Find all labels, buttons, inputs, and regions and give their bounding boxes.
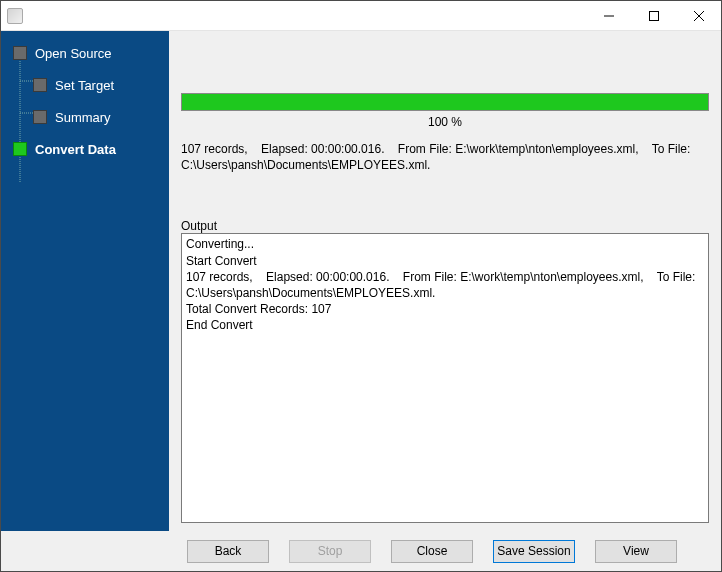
progress-percent: 100 % xyxy=(181,115,709,129)
progress-bar xyxy=(181,93,709,111)
svg-rect-1 xyxy=(649,11,658,20)
titlebar xyxy=(1,1,721,31)
output-label: Output xyxy=(181,219,709,233)
sidebar-item-open-source[interactable]: Open Source xyxy=(1,39,169,67)
button-bar: Back Stop Close Save Session View xyxy=(1,531,721,571)
sidebar-item-set-target[interactable]: Set Target xyxy=(1,71,169,99)
status-text: 107 records, Elapsed: 00:00:00.016. From… xyxy=(181,141,709,173)
app-icon xyxy=(7,8,23,24)
step-box-icon xyxy=(13,142,27,156)
back-button[interactable]: Back xyxy=(187,540,269,563)
sidebar-item-summary[interactable]: Summary xyxy=(1,103,169,131)
sidebar-item-label: Summary xyxy=(55,110,111,125)
main-panel: 100 % 107 records, Elapsed: 00:00:00.016… xyxy=(169,31,721,531)
sidebar-item-convert-data[interactable]: Convert Data xyxy=(1,135,169,163)
close-window-button[interactable] xyxy=(676,1,721,30)
window-controls xyxy=(586,1,721,30)
sidebar-item-label: Convert Data xyxy=(35,142,116,157)
step-box-icon xyxy=(13,46,27,60)
stop-button: Stop xyxy=(289,540,371,563)
sidebar-item-label: Set Target xyxy=(55,78,114,93)
step-box-icon xyxy=(33,110,47,124)
sidebar: Open Source Set Target Summary Convert D… xyxy=(1,31,169,531)
output-text: Converting... Start Convert 107 records,… xyxy=(186,237,699,332)
content: Open Source Set Target Summary Convert D… xyxy=(1,31,721,531)
close-button[interactable]: Close xyxy=(391,540,473,563)
sidebar-item-label: Open Source xyxy=(35,46,112,61)
maximize-button[interactable] xyxy=(631,1,676,30)
save-session-button[interactable]: Save Session xyxy=(493,540,575,563)
titlebar-left xyxy=(1,8,23,24)
minimize-button[interactable] xyxy=(586,1,631,30)
output-textbox[interactable]: Converting... Start Convert 107 records,… xyxy=(181,233,709,523)
step-box-icon xyxy=(33,78,47,92)
progress-section: 100 % xyxy=(181,93,709,129)
view-button[interactable]: View xyxy=(595,540,677,563)
